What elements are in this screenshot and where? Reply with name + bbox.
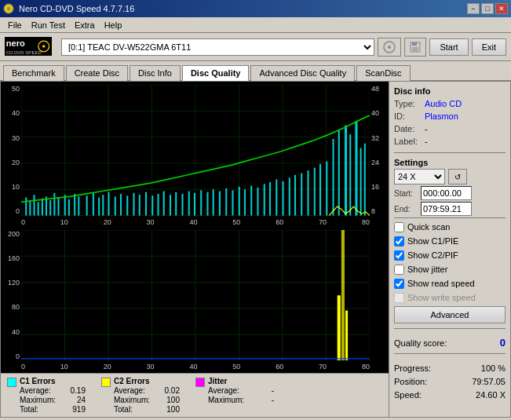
svg-rect-104: [345, 310, 348, 360]
menu-extra[interactable]: Extra: [70, 19, 100, 31]
show-jitter-label: Show jitter: [407, 262, 447, 276]
legend-c1: C1 Errors Average: 0.19 Maximum: 24 Tota…: [7, 377, 86, 414]
c1-avg-value: 0.19: [62, 386, 86, 395]
tab-advanced-disc-quality[interactable]: Advanced Disc Quality: [250, 65, 355, 81]
svg-rect-70: [269, 182, 271, 215]
legend: C1 Errors Average: 0.19 Maximum: 24 Tota…: [1, 373, 389, 417]
jitter-title: Jitter: [208, 377, 274, 385]
position-label: Position:: [394, 375, 427, 389]
svg-rect-44: [108, 192, 109, 216]
menu-run-test[interactable]: Run Test: [27, 19, 70, 31]
start-time-input[interactable]: 000:00.00: [421, 186, 472, 200]
drive-selector[interactable]: [0:1] TEAC DV-W522GMA 6T11: [61, 38, 374, 56]
show-c1-pie-label: Show C1/PIE: [407, 234, 458, 248]
menu-help[interactable]: Help: [100, 19, 127, 31]
svg-rect-57: [188, 191, 190, 215]
show-jitter-checkbox[interactable]: [394, 265, 404, 275]
disc-icon: [383, 41, 396, 53]
end-time-input[interactable]: 079:59.21: [421, 202, 472, 216]
svg-rect-52: [157, 194, 159, 216]
svg-rect-37: [68, 199, 70, 216]
settings-title: Settings: [394, 158, 506, 167]
svg-rect-81: [338, 130, 340, 215]
right-panel: Disc info Type: Audio CD ID: Plasmon Dat…: [389, 82, 510, 417]
c2-max-value: 100: [156, 396, 180, 404]
tab-disc-quality[interactable]: Disc Quality: [182, 65, 250, 81]
svg-rect-28: [29, 200, 31, 216]
tab-create-disc[interactable]: Create Disc: [66, 65, 128, 81]
svg-rect-78: [319, 164, 321, 215]
show-c1-pie-checkbox[interactable]: [394, 236, 404, 247]
top-chart: 50 40 30 20 10 0 48 40 32 24 16 8: [4, 85, 385, 228]
svg-rect-31: [42, 199, 43, 216]
progress-section: Progress: 100 % Position: 79:57.05 Speed…: [394, 362, 506, 402]
c2-max-label: Maximum:: [114, 396, 153, 404]
disc-label-value: -: [425, 135, 428, 148]
svg-rect-85: [360, 148, 362, 215]
menu-file[interactable]: File: [3, 19, 27, 31]
show-c2-pif-checkbox[interactable]: [394, 250, 404, 261]
refresh-speed-button[interactable]: ↺: [448, 169, 467, 184]
minimize-button[interactable]: −: [467, 3, 480, 14]
svg-rect-36: [64, 195, 66, 215]
disc-info-title: Disc info: [394, 86, 506, 96]
quick-scan-label: Quick scan: [407, 220, 450, 234]
type-value: Audio CD: [425, 97, 462, 110]
svg-rect-50: [145, 192, 147, 216]
quick-scan-checkbox[interactable]: [394, 222, 404, 232]
svg-rect-51: [151, 195, 153, 215]
close-button[interactable]: ✕: [495, 3, 508, 14]
svg-rect-35: [57, 198, 59, 216]
c2-avg-label: Average:: [114, 386, 153, 395]
tab-benchmark[interactable]: Benchmark: [3, 65, 64, 81]
svg-rect-76: [307, 170, 308, 215]
svg-rect-47: [126, 195, 128, 215]
svg-rect-74: [294, 175, 296, 216]
show-write-speed-checkbox[interactable]: [394, 293, 404, 303]
svg-rect-68: [257, 188, 258, 216]
svg-text:CD·DVD SPEED: CD·DVD SPEED: [6, 50, 42, 55]
tab-scan-disc[interactable]: ScanDisc: [356, 65, 410, 81]
svg-text:nero: nero: [6, 38, 25, 48]
start-button[interactable]: Start: [429, 38, 468, 56]
speed-selector[interactable]: 24 X: [394, 169, 445, 184]
nero-logo: nero CD·DVD SPEED: [5, 35, 52, 59]
svg-rect-75: [301, 173, 302, 216]
jitter-color-box: [195, 378, 205, 387]
maximize-button[interactable]: □: [481, 3, 494, 14]
c1-title: C1 Errors: [20, 377, 86, 385]
jitter-max-label: Maximum:: [208, 396, 247, 404]
save-icon-button[interactable]: [404, 38, 426, 57]
c2-avg-value: 0.02: [156, 386, 180, 395]
c2-color-box: [101, 378, 111, 387]
show-write-speed-label: Show write speed: [407, 290, 476, 305]
svg-rect-55: [175, 192, 177, 216]
svg-point-1: [7, 7, 10, 10]
c2-title: C2 Errors: [114, 377, 180, 385]
c2-total-label: Total:: [114, 405, 153, 414]
show-read-speed-checkbox[interactable]: [394, 279, 404, 289]
disc-icon-button[interactable]: [378, 38, 401, 57]
speed-value: 24.60 X: [476, 389, 506, 402]
exit-button[interactable]: Exit: [472, 38, 506, 56]
show-c2-pif-label: Show C2/PIF: [407, 248, 458, 262]
c1-total-label: Total:: [20, 405, 59, 414]
svg-point-6: [42, 45, 45, 47]
c1-max-label: Maximum:: [20, 396, 59, 404]
svg-rect-46: [120, 194, 122, 216]
start-label: Start:: [394, 189, 418, 198]
svg-rect-69: [264, 184, 265, 215]
type-label: Type:: [394, 97, 422, 110]
svg-rect-39: [78, 196, 79, 215]
svg-rect-72: [282, 181, 283, 216]
svg-rect-62: [219, 191, 221, 215]
advanced-button[interactable]: Advanced: [394, 306, 506, 323]
svg-rect-30: [38, 202, 39, 215]
main-content: 50 40 30 20 10 0 48 40 32 24 16 8: [0, 81, 511, 418]
quality-score-value: 0: [500, 337, 506, 349]
toolbar: nero CD·DVD SPEED [0:1] TEAC DV-W522GMA …: [0, 33, 511, 61]
speed-label: Speed:: [394, 389, 422, 402]
svg-rect-48: [133, 193, 134, 216]
divider-3: [394, 328, 506, 329]
tab-disc-info[interactable]: Disc Info: [130, 65, 181, 81]
